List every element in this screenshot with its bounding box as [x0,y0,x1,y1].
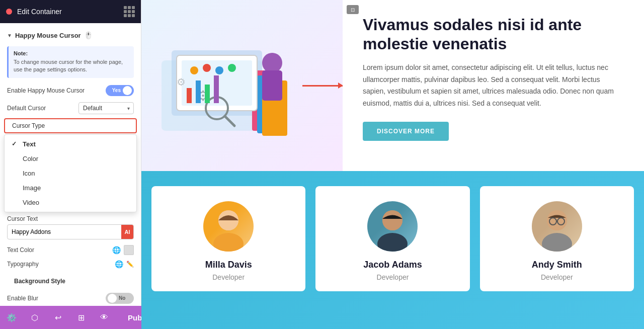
hero-illustration: ⚙ ⚙ [156,20,328,151]
dropdown-text-label: Text [23,140,36,148]
settings-icon-btn[interactable]: ⚙️ [0,306,23,329]
cursor-type-row[interactable]: Cursor Type [4,118,137,133]
dropdown-item-text[interactable]: ✓ Text [5,137,136,151]
dropdown-item-image[interactable]: Image [5,181,136,195]
avatar-andy [532,201,582,252]
note-text: To change mouse cursor for the whole pag… [14,58,129,74]
pencil-icon[interactable]: ✏️ [126,261,134,268]
default-cursor-select[interactable]: Default [78,102,134,114]
cursor-text-row: Cursor Text Al [0,212,141,242]
team-card-1: Milla Davis Developer [151,186,305,291]
enable-blur-label: Enable Blur [7,295,38,302]
default-cursor-label: Default Cursor [7,105,46,112]
preview-icon-btn[interactable]: 👁 [93,306,116,329]
enable-field-row: Enable Happy Mouse Cursor Yes [0,82,141,99]
header-dot [6,9,12,15]
toggle-circle [123,86,132,95]
color-swatch[interactable] [124,245,134,255]
member-role-1: Developer [212,273,245,281]
panel-title: Edit Container [17,8,62,16]
note-title: Note: [14,50,129,56]
avatar-milla [203,201,254,252]
svg-point-20 [228,64,236,72]
cursor-type-section: Cursor Type ✓ Text Color Icon [0,118,141,212]
input-indicator-text: Al [125,229,130,235]
svg-rect-16 [214,75,219,103]
member-name-1: Milla Davis [205,260,252,270]
collapse-icon: ▼ [7,33,12,38]
check-icon: ✓ [12,140,19,147]
avatar-jacob [367,201,418,252]
input-indicator: Al [121,225,133,239]
typography-globe-icon[interactable]: 🌐 [115,260,123,268]
enable-toggle[interactable]: Yes [106,85,134,96]
blur-toggle[interactable]: No [106,293,134,304]
background-style-row: Background Style [0,271,141,290]
globe-icon[interactable]: 🌐 [112,246,121,254]
text-color-icons: 🌐 [112,245,134,255]
svg-point-18 [203,64,211,72]
templates-icon-btn[interactable]: ⊞ [69,306,93,329]
svg-point-17 [190,66,198,74]
expand-icon[interactable]: ⊡ [347,5,359,14]
hero-title: Vivamus sodales nisi id ante molestie ve… [363,15,624,54]
text-color-row: Text Color 🌐 [0,242,141,258]
note-box: Note: To change mouse cursor for the who… [7,46,134,78]
svg-point-25 [377,233,408,252]
typography-icons: 🌐 ✏️ [115,260,134,268]
member-name-2: Jacob Adams [363,260,422,270]
toggle-no-text: No [119,295,125,301]
left-panel: Edit Container ▼ Happy Mouse Cursor 🖱️ N… [0,0,141,329]
history-icon-btn[interactable]: ↩ [46,306,69,329]
layers-icon-btn[interactable]: ⬡ [23,306,46,329]
avatar-milla-img [203,201,254,252]
team-card-2: Jacob Adams Developer [315,186,469,291]
svg-rect-15 [205,85,210,103]
svg-rect-14 [196,80,201,103]
panel-header-left: Edit Container [6,8,62,16]
svg-point-28 [542,233,572,252]
team-section: Milla Davis Developer Jacob Adams Develo… [141,171,644,329]
dropdown-item-video[interactable]: Video [5,195,136,210]
default-cursor-select-wrapper: Default ▾ [78,102,134,114]
svg-text:⚙: ⚙ [177,76,186,88]
svg-point-7 [262,53,282,73]
grid-icon[interactable] [124,6,135,17]
enable-blur-row: Enable Blur No [0,290,141,306]
plugin-header[interactable]: ▼ Happy Mouse Cursor 🖱️ [0,28,141,42]
enable-label: Enable Happy Mouse Cursor [7,87,85,94]
cursor-text-input-wrapper: Al [7,224,134,239]
svg-point-22 [213,233,244,252]
dropdown-image-label: Image [23,184,41,192]
right-content: ⚙ ⚙ [141,0,644,329]
text-color-label: Text Color [7,246,34,254]
member-role-2: Developer [377,273,409,281]
dropdown-item-color[interactable]: Color [5,151,136,166]
hero-section: ⚙ ⚙ [141,0,644,171]
typography-label: Typography [7,261,39,268]
cursor-type-dropdown: ✓ Text Color Icon Image [4,134,137,212]
panel-content: ▼ Happy Mouse Cursor 🖱️ Note: To change … [0,23,141,306]
default-cursor-row: Default Cursor Default ▾ [0,99,141,117]
panel-header: Edit Container [0,0,141,23]
plugin-name: Happy Mouse Cursor [15,32,81,39]
dropdown-icon-label: Icon [23,170,35,177]
hero-image-area: ⚙ ⚙ [141,0,343,171]
cursor-type-label: Cursor Type [12,122,45,129]
svg-rect-13 [187,88,192,103]
avatar-andy-img [532,201,582,252]
toggle-yes-text: Yes [112,88,121,93]
svg-rect-8 [262,70,282,101]
hero-text: ⊡ Vivamus sodales nisi id ante molestie … [343,0,644,171]
dropdown-color-label: Color [23,155,38,162]
cursor-text-input[interactable] [8,226,121,238]
dropdown-item-icon[interactable]: Icon [5,166,136,181]
plugin-emoji: 🖱️ [84,31,93,39]
discover-button[interactable]: DISCOVER MORE [363,122,449,141]
member-name-3: Andy Smith [532,260,582,270]
cursor-text-label: Cursor Text [7,215,134,222]
svg-point-26 [382,210,403,230]
member-role-3: Developer [541,273,573,281]
dropdown-video-label: Video [23,199,39,206]
bottom-icons: ⚙️ ⬡ ↩ ⊞ 👁 [0,306,116,329]
